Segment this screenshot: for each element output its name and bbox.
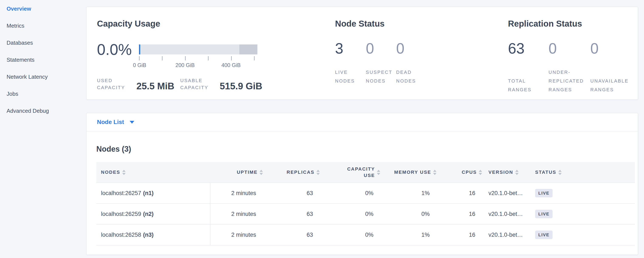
sidebar-item-network-latency[interactable]: Network Latency xyxy=(6,74,86,80)
replicas-cell: 63 xyxy=(263,204,320,225)
column-header-memory-use[interactable]: MEMORY USE xyxy=(380,162,436,183)
node-status-title: Node Status xyxy=(335,19,508,29)
nodes-table-section: Nodes (3) NODES UPTIME REPLICAS CAPACITY… xyxy=(86,132,638,254)
column-header-nodes[interactable]: NODES xyxy=(96,162,210,183)
capacity-use-cell: 0% xyxy=(320,225,380,245)
status-badge: LIVE xyxy=(535,210,552,218)
status-cell: LIVE xyxy=(529,225,635,245)
cpus-cell: 16 xyxy=(436,225,482,245)
axis-label-400gib: 400 GiB xyxy=(222,62,240,68)
live-nodes-count: 3 xyxy=(335,41,366,56)
memory-use-cell: 0% xyxy=(380,204,436,225)
uptime-cell: 2 minutes xyxy=(210,225,263,245)
unavailable-ranges-label: UNAVAILABLE RANGES xyxy=(590,77,627,94)
sort-icon xyxy=(122,170,126,175)
cpus-cell: 16 xyxy=(436,183,482,204)
sidebar-item-advanced-debug[interactable]: Advanced Debug xyxy=(6,108,86,114)
sidebar-item-statements[interactable]: Statements xyxy=(6,57,86,63)
replicas-cell: 63 xyxy=(263,183,320,204)
total-ranges-label: TOTAL RANGES xyxy=(508,77,544,94)
capacity-use-cell: 0% xyxy=(320,183,380,204)
used-capacity-value: 25.5 MiB xyxy=(136,81,174,91)
suspect-nodes-count: 0 xyxy=(366,41,396,56)
total-ranges-count: 63 xyxy=(508,41,548,56)
sort-icon xyxy=(433,170,436,175)
axis-label-0gib: 0 GiB xyxy=(133,62,146,68)
capacity-used-percent: 0.0% xyxy=(97,42,132,68)
version-cell: v20.1.0-bet… xyxy=(482,183,529,204)
unavailable-ranges-count: 0 xyxy=(590,41,638,56)
node-status-section: Node Status 3 0 0 LIVE NODES SUSPECT NOD… xyxy=(335,19,508,99)
sidebar-item-metrics[interactable]: Metrics xyxy=(6,23,86,29)
under-replicated-ranges-label: UNDER-REPLICATED RANGES xyxy=(548,68,585,94)
sidebar-item-databases[interactable]: Databases xyxy=(6,40,86,46)
status-badge: LIVE xyxy=(535,230,552,239)
node-list-dropdown[interactable]: Node List xyxy=(86,113,638,132)
column-header-status[interactable]: STATUS xyxy=(529,162,635,183)
replication-status-title: Replication Status xyxy=(508,19,638,29)
used-capacity-label: USED CAPACITY xyxy=(97,77,135,91)
sidebar: Overview Metrics Databases Statements Ne… xyxy=(0,0,86,125)
column-header-uptime[interactable]: UPTIME xyxy=(210,162,263,183)
column-header-version[interactable]: VERSION xyxy=(482,162,529,183)
sort-icon xyxy=(316,170,320,175)
node-list-card: Node List Nodes (3) NODES UPTIME REPLICA… xyxy=(86,113,638,255)
capacity-use-cell: 0% xyxy=(320,204,380,225)
column-header-replicas[interactable]: REPLICAS xyxy=(263,162,320,183)
nodes-table-title: Nodes (3) xyxy=(96,145,634,154)
capacity-usage-title: Capacity Usage xyxy=(97,19,335,29)
capacity-gauge: 0 GiB 200 GiB 400 GiB xyxy=(139,44,258,68)
replication-status-section: Replication Status 63 0 0 TOTAL RANGES U… xyxy=(508,19,638,99)
cpus-cell: 16 xyxy=(436,204,482,225)
capacity-gauge-other-segment xyxy=(239,44,258,54)
status-cell: LIVE xyxy=(529,183,635,204)
sort-icon xyxy=(479,170,482,175)
sort-icon xyxy=(515,170,518,175)
node-list-dropdown-label: Node List xyxy=(97,119,124,125)
uptime-cell: 2 minutes xyxy=(210,183,263,204)
sort-icon xyxy=(260,170,263,175)
axis-label-200gib: 200 GiB xyxy=(176,62,194,68)
version-cell: v20.1.0-bet… xyxy=(482,204,529,225)
usable-capacity-value: 515.9 GiB xyxy=(220,81,262,91)
dead-nodes-label: DEAD NODES xyxy=(396,68,424,85)
column-header-capacity-use[interactable]: CAPACITY USE xyxy=(320,162,380,183)
nodes-table: NODES UPTIME REPLICAS CAPACITY USE MEMOR… xyxy=(96,162,635,245)
sidebar-item-jobs[interactable]: Jobs xyxy=(6,91,86,97)
memory-use-cell: 1% xyxy=(380,225,436,245)
node-address-cell[interactable]: localhost:26257 (n1) xyxy=(96,183,210,204)
status-cell: LIVE xyxy=(529,204,635,225)
capacity-gauge-ticks xyxy=(139,56,258,61)
memory-use-cell: 1% xyxy=(380,183,436,204)
version-cell: v20.1.0-bet… xyxy=(482,225,529,245)
suspect-nodes-label: SUSPECT NODES xyxy=(366,68,394,85)
chevron-down-icon xyxy=(130,121,134,123)
usable-capacity-label: USABLE CAPACITY xyxy=(180,77,218,91)
sort-icon xyxy=(558,170,562,175)
cluster-summary-card: Capacity Usage 0.0% xyxy=(86,7,638,100)
main-content: Capacity Usage 0.0% xyxy=(86,0,638,255)
capacity-gauge-used-segment xyxy=(139,44,140,54)
sort-icon xyxy=(377,170,380,175)
under-replicated-ranges-count: 0 xyxy=(548,41,590,56)
node-address-cell[interactable]: localhost:26258 (n3) xyxy=(96,225,210,245)
column-header-cpus[interactable]: CPUS xyxy=(436,162,482,183)
replicas-cell: 63 xyxy=(263,225,320,245)
used-capacity-stat: USED CAPACITY 25.5 MiB xyxy=(97,77,174,91)
status-badge: LIVE xyxy=(535,189,552,197)
dead-nodes-count: 0 xyxy=(396,41,508,56)
usable-capacity-stat: USABLE CAPACITY 515.9 GiB xyxy=(180,77,262,91)
uptime-cell: 2 minutes xyxy=(210,204,263,225)
capacity-gauge-bar xyxy=(139,44,258,54)
live-nodes-label: LIVE NODES xyxy=(335,68,363,85)
sidebar-item-overview[interactable]: Overview xyxy=(6,6,86,12)
node-address-cell[interactable]: localhost:26259 (n2) xyxy=(96,204,210,225)
capacity-usage-section: Capacity Usage 0.0% xyxy=(97,19,335,99)
